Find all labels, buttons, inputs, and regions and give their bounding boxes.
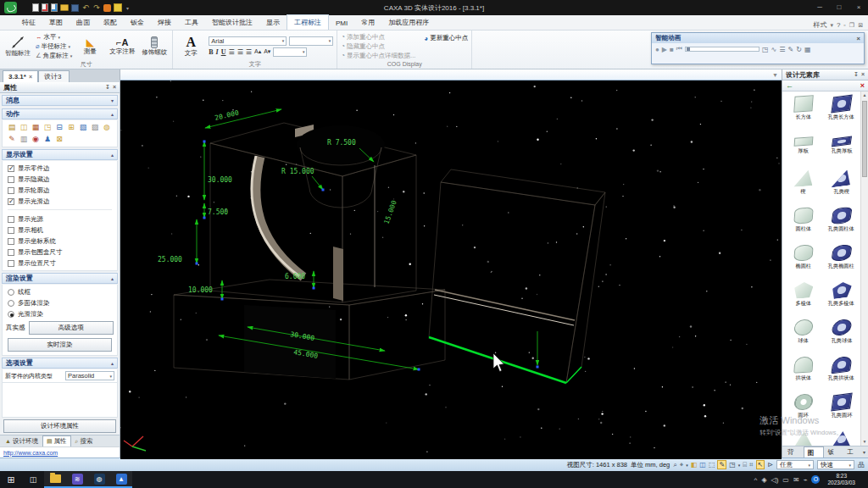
library-item[interactable]: 拱状体 [784, 355, 822, 389]
close-button[interactable]: × [849, 1, 868, 14]
qat-dropdown-icon[interactable]: ▾ [126, 5, 129, 11]
add-cog-button[interactable]: ◔添加重心中点 [341, 33, 415, 42]
font-size-combo[interactable]: ▾ [289, 36, 333, 46]
tutorial-icon[interactable] [114, 3, 122, 12]
document-tab[interactable]: 设计3 [38, 70, 70, 82]
advanced-options-button[interactable]: 高级选项 [29, 321, 114, 335]
select-cursor-icon[interactable]: ↖ [756, 460, 765, 469]
open-file-icon[interactable] [60, 4, 69, 11]
action-icon[interactable]: ♟ [42, 134, 53, 144]
help-icon[interactable]: ? [837, 21, 840, 29]
render-radio[interactable]: 线框 [3, 286, 117, 297]
anim-tool-chart-icon[interactable]: ◳ [762, 46, 769, 53]
panel-close-icon[interactable]: × [113, 84, 116, 91]
render-radio[interactable]: 多面体渲染 [3, 297, 117, 308]
display-mode-icon[interactable]: ◳ [729, 461, 736, 469]
right-3d-model[interactable] [429, 169, 605, 383]
library-scrollbar[interactable]: ▲ ▼ [860, 92, 868, 446]
action-icon[interactable]: ▧ [78, 122, 88, 132]
anim-tool-loop-icon[interactable]: ↻ [796, 46, 802, 53]
minimize-button[interactable]: ─ [810, 1, 829, 14]
display-checkbox[interactable]: 显示相机 [3, 225, 117, 236]
volume-icon[interactable]: ◁) [771, 476, 779, 484]
ribbon-tab[interactable]: 工具 [178, 15, 205, 30]
app-taskbar-icon[interactable]: ◍ [88, 471, 110, 488]
italic-button[interactable]: I [216, 48, 219, 56]
action-icon[interactable]: ◍ [102, 122, 112, 132]
app2-taskbar-icon[interactable]: ▲ [110, 471, 132, 488]
style-dropdown-icon[interactable]: ▾ [830, 22, 833, 29]
3d-viewport[interactable]: 20.000 30.000 7.500 25.000 10.000 30.000… [120, 80, 782, 458]
anim-tool-grid-icon[interactable]: ▦ [804, 46, 811, 53]
animation-slider[interactable] [685, 47, 760, 52]
record-icon[interactable]: ● [655, 46, 659, 53]
ribbon-tab[interactable]: 特征 [15, 15, 42, 30]
animation-panel-close-icon[interactable]: × [857, 35, 860, 42]
library-item[interactable]: 孔类多棱体 [822, 280, 860, 314]
radius-dimension-button[interactable]: ⌀半径标注▾ [36, 42, 72, 51]
grid-icon[interactable]: ⌗ [749, 461, 754, 469]
kernel-type-combo[interactable]: Parasolid▾ [65, 371, 114, 380]
options-section-header[interactable]: 选项设置▴ [2, 358, 118, 369]
view-cube-icon[interactable]: ◫ [699, 461, 706, 469]
library-item[interactable]: 圆柱体 [784, 206, 822, 240]
library-item[interactable]: 椭圆柱 [784, 243, 822, 277]
library-item[interactable]: 多棱体 [784, 280, 822, 314]
ribbon-tab[interactable]: 加载应用程序 [381, 15, 436, 30]
shield-icon[interactable]: ◈ [761, 476, 766, 484]
display-checkbox[interactable]: 显示坐标系统 [3, 236, 117, 247]
ribbon-tab[interactable]: 焊接 [151, 15, 178, 30]
ribbon-tab[interactable]: PMI [329, 17, 354, 30]
maximize-button[interactable]: □ [830, 1, 849, 14]
display-checkbox[interactable]: 显示光源 [3, 214, 117, 225]
tab-close-icon[interactable]: × [29, 74, 32, 80]
caxa-taskbar-icon[interactable]: ≋ [66, 471, 88, 488]
library-item[interactable]: 厚板 [784, 131, 822, 165]
scrollbar-thumb[interactable] [862, 101, 867, 177]
library-item[interactable]: 球体 [784, 318, 822, 352]
render-section-header[interactable]: 渲染设置▴ [2, 273, 118, 284]
message-section-header[interactable]: 消息▾ [2, 95, 118, 106]
pick-icon[interactable]: ⊳ [767, 461, 773, 469]
library-item[interactable]: 圆环 [784, 392, 822, 426]
hide-cog-button[interactable]: ◔隐藏重心中点 [341, 42, 415, 51]
action-icon[interactable]: ▦ [31, 122, 41, 132]
library-close-icon[interactable]: × [860, 81, 865, 90]
zoom-dropdown-icon[interactable]: ▾ [686, 463, 688, 468]
start-button[interactable]: ⊞ [0, 471, 22, 488]
library-item[interactable]: 孔类椭圆柱 [822, 243, 860, 277]
zoom-in-icon[interactable]: ⌕ [673, 461, 676, 469]
scroll-down-icon[interactable]: ▼ [861, 438, 868, 446]
undo-icon[interactable]: ↶ [81, 3, 90, 12]
library-tab[interactable]: 钣金 [825, 446, 843, 458]
library-item[interactable]: 孔类厚板 [822, 131, 860, 165]
ribbon-tab[interactable]: 装配 [97, 15, 124, 30]
wireframe-icon[interactable]: ⬚ [709, 461, 715, 469]
restore-doc-icon[interactable]: ❐ [849, 22, 854, 29]
action-section-header[interactable]: 动作▴ [2, 108, 118, 119]
action-icon[interactable]: ⊠ [54, 134, 64, 144]
task-view-button[interactable]: ◫ [22, 471, 44, 488]
network-icon[interactable]: ▭ [782, 476, 789, 484]
style-menu[interactable]: 样式 [813, 20, 826, 30]
selection-filter-combo[interactable]: 任意▾ [776, 460, 814, 469]
new-from-template-icon[interactable] [51, 3, 58, 12]
library-item[interactable]: 孔类圆锥体 [822, 430, 860, 446]
measure-button[interactable]: ◣ 测量 [75, 37, 104, 55]
file-explorer-taskbar-icon[interactable] [44, 471, 66, 488]
ribbon-tab[interactable]: 草图 [42, 15, 70, 30]
library-item[interactable]: 楔 [784, 169, 822, 202]
display-checkbox[interactable]: 显示光滑边 [3, 196, 117, 207]
rewind-icon[interactable]: ⏮ [676, 45, 682, 53]
design-env-properties-button[interactable]: 设计环境属性 [3, 419, 116, 433]
action-icon[interactable]: ▤ [7, 122, 17, 132]
action-icon[interactable]: ⊞ [66, 122, 76, 132]
ribbon-tab[interactable]: 工程标注 [287, 14, 329, 30]
highlight-tool-icon[interactable] [103, 4, 111, 12]
display-checkbox[interactable]: 显示轮廓边 [3, 185, 117, 196]
anim-tool-edit-icon[interactable]: ✎ [787, 46, 793, 53]
left-panel-tab[interactable]: ▤属性 [42, 435, 71, 446]
minimize-ribbon-icon[interactable]: ▫ [843, 22, 845, 28]
viewport-canvas[interactable]: 20.000 30.000 7.500 25.000 10.000 30.000… [120, 80, 782, 459]
new-file-icon[interactable] [32, 3, 39, 12]
